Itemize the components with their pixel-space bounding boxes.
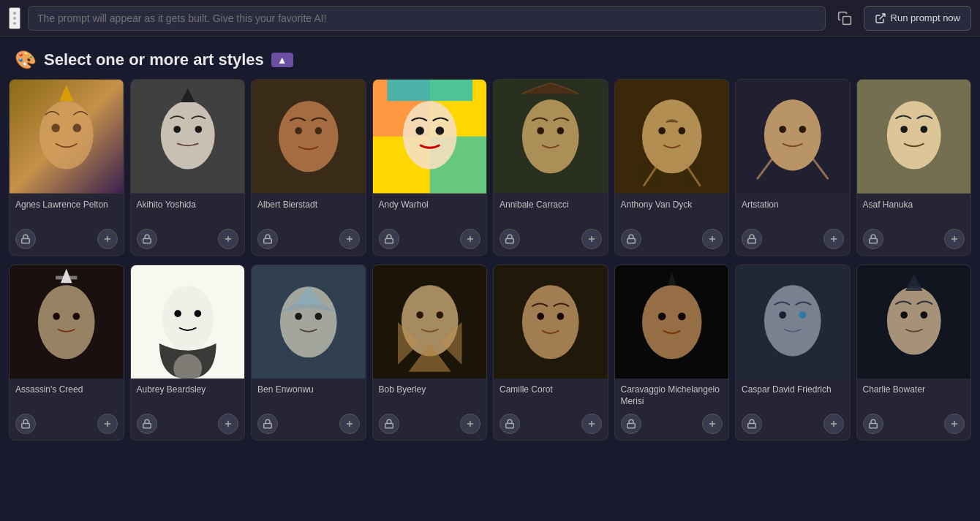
card-info-charlie: Charlie Bowater	[857, 379, 971, 411]
lock-button-caravaggio[interactable]	[621, 414, 641, 434]
plus-button-akihito[interactable]	[218, 229, 238, 249]
lock-button-agnes[interactable]	[15, 229, 36, 249]
svg-point-130	[900, 311, 908, 319]
card-info-camille: Camille Corot	[494, 379, 608, 411]
collapse-button[interactable]: ▲	[271, 53, 293, 67]
svg-point-65	[920, 126, 927, 133]
card-actions-annibale	[494, 226, 608, 255]
lock-button-albert[interactable]	[257, 229, 278, 249]
svg-point-131	[920, 311, 927, 319]
svg-point-46	[678, 127, 685, 134]
lock-button-caspar[interactable]	[742, 414, 762, 434]
plus-button-bob[interactable]	[460, 414, 480, 434]
art-card-bob[interactable]: Bob Byerley	[372, 265, 488, 441]
card-actions-anthony	[615, 226, 729, 255]
svg-point-101	[436, 311, 443, 319]
svg-rect-8	[22, 238, 30, 243]
card-name-annibale: Annibale Carracci	[500, 199, 602, 223]
run-prompt-button[interactable]: Run prompt now	[864, 6, 971, 31]
plus-button-artstation[interactable]	[823, 229, 844, 249]
plus-button-camille[interactable]	[581, 414, 602, 434]
art-card-annibale[interactable]: Annibale Carracci	[493, 79, 608, 256]
art-card-caravaggio[interactable]: Caravaggio Michelangelo Merisi	[614, 265, 730, 441]
plus-button-assassin[interactable]	[97, 414, 118, 434]
svg-rect-23	[264, 238, 272, 243]
svg-rect-0	[843, 16, 851, 24]
card-image-artstation	[736, 80, 850, 194]
svg-point-81	[194, 310, 201, 317]
card-name-ben: Ben Enwonwu	[257, 384, 360, 408]
svg-rect-132	[869, 423, 877, 427]
plus-button-charlie[interactable]	[944, 414, 965, 434]
art-card-camille[interactable]: Camille Corot	[493, 265, 608, 441]
copy-button[interactable]	[833, 7, 856, 30]
lock-button-aubrey[interactable]	[137, 414, 157, 434]
lock-button-annibale[interactable]	[500, 229, 520, 249]
plus-button-caspar[interactable]	[823, 414, 844, 434]
card-name-anthony: Anthony Van Dyck	[621, 199, 723, 223]
plus-button-ben[interactable]	[339, 414, 360, 434]
svg-point-21	[295, 127, 302, 134]
plus-button-andy[interactable]	[460, 229, 480, 249]
svg-rect-33	[385, 238, 393, 243]
svg-point-55	[799, 126, 806, 133]
art-card-caspar[interactable]: Caspar David Friedrich	[735, 265, 851, 441]
art-card-anthony[interactable]: Anthony Van Dyck	[614, 79, 730, 256]
lock-button-ben[interactable]	[257, 414, 278, 434]
art-card-charlie[interactable]: Charlie Bowater	[856, 265, 972, 441]
svg-point-22	[314, 127, 322, 134]
section-title: Select one or more art styles	[44, 50, 264, 69]
card-image-caspar	[736, 265, 850, 379]
art-card-artstation[interactable]: Artstation	[735, 79, 851, 256]
lock-button-camille[interactable]	[500, 414, 520, 434]
lock-button-charlie[interactable]	[863, 414, 883, 434]
plus-button-albert[interactable]	[339, 229, 360, 249]
plus-button-agnes[interactable]	[97, 229, 118, 249]
card-image-assassin	[10, 265, 124, 379]
svg-point-123	[799, 311, 806, 319]
lock-button-andy[interactable]	[379, 229, 399, 249]
svg-rect-124	[748, 423, 756, 427]
svg-point-4	[39, 101, 94, 169]
plus-button-caravaggio[interactable]	[702, 414, 723, 434]
card-info-assassin: Assassin's Creed	[10, 379, 124, 411]
lock-button-assassin[interactable]	[15, 414, 36, 434]
art-card-aubrey[interactable]: Aubrey Beardsley	[130, 265, 246, 441]
svg-rect-58	[748, 238, 756, 243]
lock-button-anthony[interactable]	[621, 229, 641, 249]
card-info-agnes: Agnes Lawrence Pelton	[10, 194, 124, 226]
card-image-camille	[494, 265, 608, 379]
art-card-andy[interactable]: Andy Warhol	[372, 79, 488, 256]
art-card-albert[interactable]: Albert Bierstadt	[251, 79, 366, 256]
art-card-akihito[interactable]: Akihito Yoshida	[130, 79, 246, 256]
art-card-assassin[interactable]: Assassin's Creed	[9, 265, 124, 441]
svg-rect-30	[387, 80, 472, 101]
plus-button-aubrey[interactable]	[218, 414, 238, 434]
art-grid-row1: Agnes Lawrence Pelton	[0, 79, 980, 265]
card-name-asaf: Asaf Hanuka	[863, 199, 965, 223]
svg-point-20	[279, 101, 339, 172]
plus-button-asaf[interactable]	[944, 229, 965, 249]
art-card-asaf[interactable]: Asaf Hanuka	[856, 79, 972, 256]
svg-point-121	[764, 285, 821, 356]
card-info-akihito: Akihito Yoshida	[131, 194, 245, 226]
art-card-ben[interactable]: Ben Enwonwu	[251, 265, 366, 441]
card-image-annibale	[494, 80, 608, 194]
svg-point-80	[174, 310, 181, 317]
card-name-caspar: Caspar David Friedrich	[742, 384, 844, 408]
art-card-agnes[interactable]: Agnes Lawrence Pelton	[9, 79, 124, 256]
svg-point-32	[435, 126, 444, 135]
lock-button-bob[interactable]	[379, 414, 399, 434]
svg-rect-75	[22, 423, 30, 427]
card-actions-artstation	[736, 226, 850, 255]
card-info-artstation: Artstation	[736, 194, 850, 226]
lock-button-asaf[interactable]	[863, 229, 883, 249]
prompt-input[interactable]	[28, 6, 826, 31]
menu-button[interactable]	[9, 7, 20, 29]
lock-button-akihito[interactable]	[137, 229, 157, 249]
plus-button-annibale[interactable]	[581, 229, 602, 249]
plus-button-anthony[interactable]	[702, 229, 723, 249]
lock-button-artstation[interactable]	[742, 229, 762, 249]
svg-point-64	[900, 126, 908, 133]
card-actions-bob	[373, 411, 487, 440]
